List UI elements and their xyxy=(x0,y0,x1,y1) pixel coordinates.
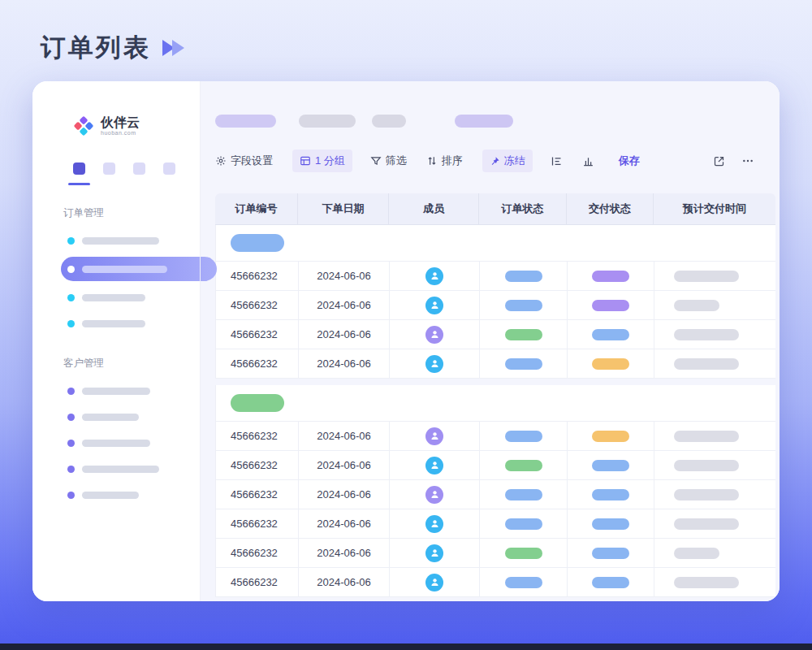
breadcrumb-pill[interactable] xyxy=(455,115,513,128)
sidebar-item[interactable] xyxy=(61,405,201,429)
more-button[interactable] xyxy=(741,154,754,167)
order-status-cell[interactable] xyxy=(480,422,568,450)
column-header-order-date[interactable]: 下单日期 xyxy=(298,193,389,224)
delivery-status-cell[interactable] xyxy=(568,568,654,596)
column-header-order-no[interactable]: 订单编号 xyxy=(215,193,298,224)
eta-cell[interactable] xyxy=(654,262,775,290)
member-cell[interactable] xyxy=(390,320,480,349)
eta-cell[interactable] xyxy=(654,451,775,479)
column-header-member[interactable]: 成员 xyxy=(389,193,479,224)
order-status-cell[interactable] xyxy=(480,509,568,538)
order-no-cell[interactable]: 45666232 xyxy=(216,349,299,378)
member-cell[interactable] xyxy=(390,568,480,596)
nav-square[interactable] xyxy=(163,162,175,175)
share-button[interactable] xyxy=(713,155,725,167)
nav-square[interactable] xyxy=(103,162,115,175)
order-no-cell[interactable]: 45666232 xyxy=(216,451,299,479)
delivery-status-cell[interactable] xyxy=(568,422,654,450)
breadcrumb-pill[interactable] xyxy=(215,115,276,128)
field-settings-button[interactable]: 字段设置 xyxy=(215,154,273,168)
order-no-cell[interactable]: 45666232 xyxy=(216,509,299,538)
member-cell[interactable] xyxy=(390,349,480,378)
eta-cell[interactable] xyxy=(654,349,775,378)
member-cell[interactable] xyxy=(390,262,480,290)
member-cell[interactable] xyxy=(390,539,480,567)
row-height-button[interactable] xyxy=(551,155,563,167)
delivery-status-cell[interactable] xyxy=(568,349,654,378)
order-no-cell[interactable]: 45666232 xyxy=(216,539,299,567)
eta-cell[interactable] xyxy=(654,291,775,319)
nav-square-active[interactable] xyxy=(73,162,85,175)
order-status-cell[interactable] xyxy=(480,480,568,509)
order-date-cell[interactable]: 2024-06-06 xyxy=(299,291,390,319)
chart-view-button[interactable] xyxy=(582,155,594,167)
order-status-cell[interactable] xyxy=(480,349,568,378)
order-status-cell[interactable] xyxy=(480,451,568,479)
column-header-order-status[interactable]: 订单状态 xyxy=(479,193,567,224)
delivery-status-cell[interactable] xyxy=(568,291,654,319)
member-cell[interactable] xyxy=(390,291,480,319)
order-status-cell[interactable] xyxy=(480,320,568,349)
person-icon xyxy=(430,577,440,587)
column-header-eta[interactable]: 预计交付时间 xyxy=(654,193,775,224)
delivery-status-cell[interactable] xyxy=(568,262,654,290)
sidebar-item[interactable] xyxy=(61,285,201,310)
sidebar-item[interactable] xyxy=(61,483,201,507)
order-date-cell[interactable]: 2024-06-06 xyxy=(299,262,390,290)
sidebar-item[interactable] xyxy=(61,228,201,253)
order-date-cell[interactable]: 2024-06-06 xyxy=(299,320,390,349)
sidebar-item[interactable] xyxy=(61,379,201,403)
sidebar-item[interactable] xyxy=(61,311,201,336)
order-no-cell[interactable]: 45666232 xyxy=(216,480,299,509)
member-cell[interactable] xyxy=(390,451,480,479)
order-status-cell[interactable] xyxy=(480,539,568,567)
eta-cell[interactable] xyxy=(654,422,775,450)
sidebar-item[interactable] xyxy=(61,257,217,281)
group-header-row[interactable] xyxy=(215,225,775,262)
order-no-cell[interactable]: 45666232 xyxy=(216,320,299,349)
order-date-cell[interactable]: 2024-06-06 xyxy=(299,349,390,378)
freeze-button[interactable]: 冻结 xyxy=(482,150,533,172)
column-header-delivery-status[interactable]: 交付状态 xyxy=(567,193,654,224)
order-status-cell[interactable] xyxy=(480,568,568,596)
sort-button[interactable]: 排序 xyxy=(426,154,463,168)
filter-button[interactable]: 筛选 xyxy=(370,154,407,168)
member-cell[interactable] xyxy=(390,509,480,538)
brand-logo[interactable]: 伙伴云 huoban.com xyxy=(73,115,201,136)
member-cell[interactable] xyxy=(390,480,480,509)
order-no-cell[interactable]: 45666232 xyxy=(216,422,299,450)
order-date-cell[interactable]: 2024-06-06 xyxy=(299,539,390,567)
eta-cell[interactable] xyxy=(654,539,775,567)
delivery-status-cell[interactable] xyxy=(568,539,654,567)
eta-cell[interactable] xyxy=(654,320,775,349)
delivery-status-cell[interactable] xyxy=(568,509,654,538)
main-content: 字段设置 1 分组 筛选 排序 冻结 xyxy=(201,81,780,601)
delivery-status-cell[interactable] xyxy=(568,320,654,349)
delivery-status-pill xyxy=(592,329,629,340)
group-header-row[interactable] xyxy=(215,385,775,422)
eta-cell[interactable] xyxy=(654,568,775,596)
order-no-cell[interactable]: 45666232 xyxy=(216,262,299,290)
order-date-cell[interactable]: 2024-06-06 xyxy=(299,480,390,509)
order-no-cell[interactable]: 45666232 xyxy=(216,291,299,319)
nav-square[interactable] xyxy=(133,162,145,175)
save-button[interactable]: 保存 xyxy=(619,154,640,168)
order-date-cell[interactable]: 2024-06-06 xyxy=(299,509,390,538)
member-avatar xyxy=(425,355,443,373)
order-status-cell[interactable] xyxy=(480,291,568,319)
delivery-status-cell[interactable] xyxy=(568,451,654,479)
eta-cell[interactable] xyxy=(654,509,775,538)
order-date-cell[interactable]: 2024-06-06 xyxy=(299,451,390,479)
order-no-cell[interactable]: 45666232 xyxy=(216,568,299,596)
order-date-cell[interactable]: 2024-06-06 xyxy=(299,568,390,596)
member-cell[interactable] xyxy=(390,422,480,450)
sidebar-item[interactable] xyxy=(61,457,201,481)
breadcrumb-pill[interactable] xyxy=(372,115,406,128)
sidebar-item[interactable] xyxy=(61,431,201,455)
eta-cell[interactable] xyxy=(654,480,775,509)
order-status-cell[interactable] xyxy=(480,262,568,290)
breadcrumb-pill[interactable] xyxy=(299,115,356,128)
group-button[interactable]: 1 分组 xyxy=(292,150,352,172)
order-date-cell[interactable]: 2024-06-06 xyxy=(299,422,390,450)
delivery-status-cell[interactable] xyxy=(568,480,654,509)
